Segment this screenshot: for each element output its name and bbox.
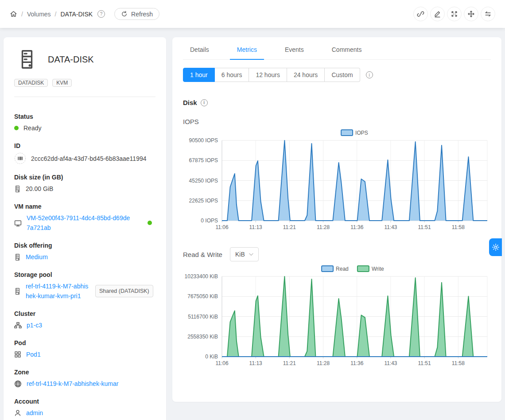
time-range-row: 1 hour 6 hours 12 hours 24 hours Custom … (183, 68, 491, 82)
time-range-group: 1 hour 6 hours 12 hours 24 hours Custom (183, 68, 360, 82)
page-header: / Volumes / DATA-DISK ? Refresh (0, 0, 505, 28)
range-1-hour[interactable]: 1 hour (183, 68, 215, 82)
svg-text:11:21: 11:21 (283, 360, 296, 366)
help-glyph: ? (100, 12, 103, 16)
disk-size-value: 20.00 GiB (26, 184, 53, 194)
header-actions (413, 7, 495, 21)
unit-select-value: KiB (235, 251, 245, 258)
tab-details[interactable]: Details (183, 40, 216, 59)
cluster-icon (14, 322, 22, 329)
help-icon[interactable]: ? (97, 10, 105, 18)
unit-select[interactable]: KiB (230, 247, 259, 261)
read-write-chart: 0 KiB2558350 KiB5116700 KiB7675050 KiB10… (183, 265, 491, 374)
account-link[interactable]: admin (26, 408, 43, 418)
svg-text:11:36: 11:36 (350, 224, 363, 230)
field-vm-name: VM name VM-52e00f43-7911-4dc4-85bd-d69de… (14, 203, 155, 233)
zone-link[interactable]: ref-trl-4119-k-M7-abhishek-kumar (27, 379, 118, 389)
svg-text:5116700 KiB: 5116700 KiB (188, 314, 218, 320)
fullscreen-button[interactable] (447, 7, 462, 21)
svg-text:0 KiB: 0 KiB (205, 354, 218, 360)
field-label: ID (14, 142, 155, 149)
disk-section-label: Disk (183, 99, 197, 106)
barcode-icon (14, 152, 26, 164)
volume-detail-card: Details Metrics Events Comments 1 hour 6… (172, 37, 501, 402)
cluster-link[interactable]: p1-c3 (27, 320, 42, 330)
svg-text:11:28: 11:28 (317, 224, 330, 230)
read-write-title: Read & Write (183, 251, 222, 258)
range-6-hours[interactable]: 6 hours (215, 68, 249, 82)
svg-text:90500 IOPS: 90500 IOPS (189, 137, 218, 144)
field-storage-pool: Storage pool ref-trl-4119-k-M7-abhishek-… (14, 271, 155, 301)
settings-fab[interactable] (489, 238, 502, 256)
info-glyph: i (203, 100, 205, 105)
move-button[interactable] (464, 7, 478, 21)
tab-bar: Details Metrics Events Comments (183, 40, 491, 60)
svg-text:11:36: 11:36 (350, 360, 363, 366)
svg-text:11:58: 11:58 (452, 224, 465, 230)
id-value: 2ccc62dd-af4a-43d7-bd45-6b83aae11994 (31, 154, 147, 163)
svg-text:11:13: 11:13 (249, 360, 262, 366)
svg-text:11:06: 11:06 (215, 224, 228, 230)
volume-icon (18, 49, 36, 70)
disk-info-icon[interactable]: i (201, 99, 208, 106)
breadcrumb-separator: / (21, 11, 23, 18)
range-custom[interactable]: Custom (325, 68, 360, 82)
range-info-icon[interactable]: i (366, 71, 373, 78)
field-label: Zone (14, 369, 155, 376)
field-pod: Pod Pod1 (14, 339, 155, 359)
disk-offering-link[interactable]: Medium (26, 252, 48, 262)
tag-datadisk[interactable]: DATADISK (14, 79, 48, 87)
field-disk-size: Disk size (in GB) 20.00 GiB (14, 174, 155, 194)
tag-list: DATADISK KVM (14, 79, 155, 87)
field-label: Storage pool (14, 271, 155, 278)
link-button[interactable] (413, 7, 428, 21)
breadcrumb: / Volumes / DATA-DISK ? Refresh (10, 8, 159, 20)
disk-section-title: Disk i (183, 99, 491, 106)
home-icon[interactable] (10, 10, 17, 18)
svg-text:0 IOPS: 0 IOPS (201, 218, 218, 224)
storage-pool-badge: Shared (DATADISK) (95, 285, 153, 297)
svg-text:11:06: 11:06 (215, 360, 228, 366)
tab-metrics[interactable]: Metrics (230, 40, 264, 59)
migrate-button[interactable] (481, 7, 495, 21)
field-label: Disk offering (14, 242, 155, 249)
svg-text:67875 IOPS: 67875 IOPS (189, 157, 218, 163)
field-cluster: Cluster p1-c3 (14, 310, 155, 330)
svg-text:45250 IOPS: 45250 IOPS (189, 178, 218, 184)
svg-text:IOPS: IOPS (355, 130, 368, 136)
gear-icon (492, 243, 500, 251)
field-account: Account admin (14, 398, 155, 418)
edit-button[interactable] (430, 7, 445, 21)
svg-text:Read: Read (336, 266, 349, 272)
info-glyph: i (369, 73, 369, 78)
refresh-button[interactable]: Refresh (114, 8, 159, 20)
field-label: Cluster (14, 310, 155, 317)
svg-text:2558350 KiB: 2558350 KiB (187, 334, 218, 340)
svg-text:11:58: 11:58 (452, 360, 465, 366)
zone-globe-icon (14, 380, 22, 388)
svg-text:Write: Write (372, 266, 384, 272)
disk-offering-icon (14, 253, 21, 261)
storage-pool-link[interactable]: ref-trl-4119-k-M7-abhishek-kumar-kvm-pri… (26, 281, 90, 301)
tab-comments[interactable]: Comments (325, 40, 369, 59)
breadcrumb-volumes[interactable]: Volumes (27, 11, 51, 18)
range-24-hours[interactable]: 24 hours (287, 68, 325, 82)
vm-name-link[interactable]: VM-52e00f43-7911-4dc4-85bd-d69de7a721ab (27, 213, 133, 233)
iops-chart-title: IOPS (183, 118, 491, 125)
svg-text:11:43: 11:43 (384, 360, 397, 366)
pod-link[interactable]: Pod1 (26, 350, 41, 359)
user-icon (14, 409, 21, 416)
svg-text:7675050 KiB: 7675050 KiB (187, 293, 218, 299)
svg-text:11:43: 11:43 (384, 224, 397, 230)
tab-events[interactable]: Events (278, 40, 311, 59)
disk-icon (14, 185, 21, 193)
svg-text:11:51: 11:51 (418, 360, 431, 366)
range-12-hours[interactable]: 12 hours (249, 68, 287, 82)
tag-kvm[interactable]: KVM (52, 79, 72, 87)
pod-icon (14, 351, 21, 358)
breadcrumb-separator: / (55, 11, 57, 18)
storage-pool-icon (14, 288, 21, 295)
svg-text:11:13: 11:13 (249, 224, 262, 230)
field-disk-offering: Disk offering Medium (14, 242, 155, 262)
field-label: Disk size (in GB) (14, 174, 155, 181)
